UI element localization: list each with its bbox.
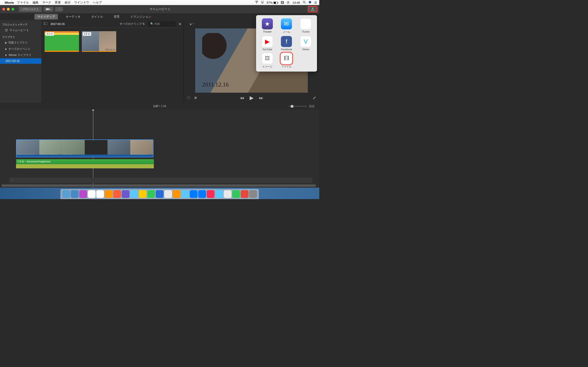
tab-backgrounds[interactable]: 背景 [111, 14, 122, 19]
dock-app-icon[interactable] [198, 190, 206, 198]
app-menu[interactable]: iMovie [5, 1, 14, 4]
sidebar-item-all-events[interactable]: ★すべてのイベント [0, 46, 41, 52]
dock-app-icon[interactable] [147, 190, 155, 198]
fullscreen-icon[interactable]: ⤢ [313, 95, 316, 100]
menu-help[interactable]: ヘルプ [93, 0, 102, 5]
svg-point-3 [303, 1, 305, 3]
spotlight-icon[interactable] [303, 1, 306, 4]
sidebar-item-event-selected[interactable]: 2017-03-15 [0, 58, 41, 64]
tab-transitions[interactable]: トランジション [128, 14, 154, 19]
dock-app-icon[interactable] [88, 190, 95, 198]
dock-app-icon[interactable] [139, 190, 147, 198]
menu-view[interactable]: 表示 [65, 0, 70, 5]
audio-track[interactable]: 1.9 分 – bensound-happiness [16, 159, 154, 168]
projects-back-button[interactable]: ‹ プロジェクト [19, 7, 42, 12]
timeline-scrollbar[interactable] [1, 184, 316, 187]
airplay-icon[interactable] [261, 1, 264, 4]
clip-thumbnail[interactable]: 1.9 分 2012.8.21 [82, 31, 116, 52]
sidebar-item-label: iMovie ライブラリ [9, 53, 31, 57]
dock-app-icon[interactable] [190, 190, 198, 198]
sidebar-item-imovie-lib[interactable]: ▼iMovie ライブラリ [0, 52, 41, 58]
disclosure-triangle-icon[interactable]: ▼ [5, 54, 7, 57]
download-button[interactable]: ↓ [55, 7, 63, 11]
frame-caption: First Day in Nagoya [40, 153, 57, 156]
tab-my-media[interactable]: マイメディア [35, 14, 58, 19]
settings-button[interactable]: 設定 [309, 104, 315, 108]
menu-modify[interactable]: 変更 [55, 0, 61, 5]
share-option-メール[interactable]: ✉メール [278, 18, 296, 34]
dock-app-icon[interactable] [173, 190, 181, 198]
tab-titles[interactable]: タイトル [88, 14, 106, 19]
dock-app-icon[interactable] [241, 190, 249, 198]
dock-app-icon[interactable] [232, 190, 240, 198]
tab-audio[interactable]: オーディオ [63, 14, 83, 19]
dock-app-icon[interactable] [156, 190, 164, 198]
share-option-theater[interactable]: ★Theater [258, 18, 276, 34]
menu-window[interactable]: ウインドウ [74, 0, 89, 5]
svg-point-6 [309, 2, 311, 3]
dock-app-icon[interactable] [249, 190, 257, 198]
macos-menubar: iMovie ファイル 編集 マーク 変更 表示 ウインドウ ヘルプ 57% A… [0, 0, 319, 5]
browser-date: 2017-03-15 [51, 23, 65, 26]
window-titlebar: ‹ プロジェクト ♪ ↓ マイムービー 1 [0, 5, 319, 13]
dock-app-icon[interactable] [96, 190, 104, 198]
close-window-button[interactable] [2, 8, 5, 10]
share-option-vimeo[interactable]: VVimeo [297, 36, 315, 51]
menu-file[interactable]: ファイル [17, 0, 29, 5]
next-button[interactable]: ⏭ [259, 96, 263, 100]
battery-percent: 57% [267, 1, 273, 4]
import-media-button[interactable]: ♪ [44, 7, 53, 11]
frame-caption: by my side forever [131, 153, 147, 156]
share-option-facebook[interactable]: fFacebook [278, 36, 296, 51]
menu-mark[interactable]: マーク [42, 0, 51, 5]
dock-app-icon[interactable] [164, 190, 172, 198]
magic-wand-icon[interactable]: ✦⁺ [189, 22, 194, 26]
dock-app-icon[interactable] [224, 190, 232, 198]
siri-icon[interactable] [309, 1, 311, 4]
input-source-badge[interactable]: A [281, 1, 284, 4]
clock-day[interactable]: 水 [287, 0, 290, 5]
zoom-window-button[interactable] [11, 8, 14, 10]
dock-app-icon[interactable] [207, 190, 215, 198]
dock-app-icon[interactable] [113, 190, 121, 198]
clip-date-overlay: 2012.8.21 [105, 48, 115, 51]
video-track[interactable]: Reception 2013.6.15 First Day in Nagoya … [16, 140, 153, 157]
dock-app-icon[interactable] [215, 190, 223, 198]
battery-status[interactable]: 57% [267, 1, 278, 4]
share-button[interactable] [308, 6, 317, 12]
share-label: ファイル [281, 65, 292, 68]
minimize-window-button[interactable] [7, 8, 10, 10]
dock-app-icon[interactable] [130, 190, 138, 198]
sidebar-toggle-icon[interactable] [44, 22, 47, 26]
search-placeholder: 検索 [154, 22, 160, 25]
clip-duration: 1.9 分 [83, 32, 91, 36]
clip-thumbnail[interactable]: 4.3 分 [44, 31, 79, 52]
sidebar-item-photos[interactable]: ❀写真ライブラリ [0, 40, 41, 46]
notification-center-icon[interactable]: ☰ [314, 1, 317, 4]
sidebar-item-movie[interactable]: 🎬マイムービー 1 [0, 27, 41, 33]
share-option-youtube[interactable]: ▶YouTube [258, 36, 276, 51]
music-well[interactable]: ♪ [9, 177, 312, 183]
wifi-icon[interactable] [255, 1, 258, 4]
share-option-イメージ[interactable]: 🖼イメージ [258, 53, 276, 68]
timeline[interactable]: Reception 2013.6.15 First Day in Nagoya … [0, 110, 319, 188]
search-input[interactable]: 🔍 検索 [148, 21, 175, 27]
clock-time[interactable]: 14:46 [292, 1, 300, 4]
play-button[interactable]: ▶ [250, 95, 254, 101]
timecode-display: 1:07 / 1:59 [153, 105, 166, 108]
dock-app-icon[interactable] [122, 190, 130, 198]
dock-app-icon[interactable] [79, 190, 87, 198]
reject-icon[interactable]: ✕ [194, 95, 197, 100]
dock-app-icon[interactable] [62, 190, 70, 198]
dock-app-icon[interactable] [71, 190, 78, 198]
prev-button[interactable]: ⏮ [240, 96, 244, 100]
share-option-ファイル[interactable]: 🎞ファイル [278, 53, 296, 68]
gear-icon[interactable]: ⚙ [179, 23, 181, 26]
menu-edit[interactable]: 編集 [33, 0, 39, 5]
dock-app-icon[interactable] [105, 190, 112, 198]
clip-filter-dropdown[interactable]: すべてのクリップ ⇅ [120, 22, 145, 26]
favorite-icon[interactable]: ♡ [187, 95, 191, 100]
zoom-slider[interactable] [288, 106, 307, 107]
dock-app-icon[interactable] [181, 190, 189, 198]
share-option-itunes[interactable]: ♫iTunes [297, 18, 315, 34]
